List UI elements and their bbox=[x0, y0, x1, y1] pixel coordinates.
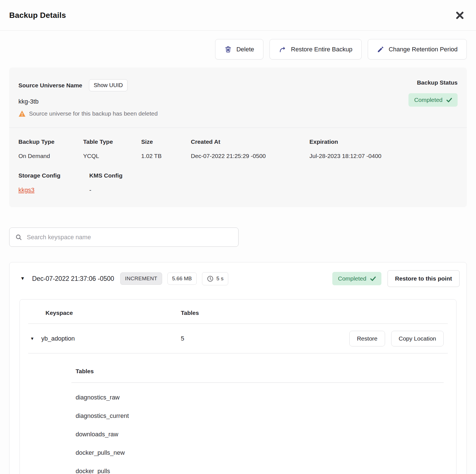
table-name-item: docker_pulls bbox=[76, 456, 444, 474]
restore-arrow-icon bbox=[279, 46, 287, 53]
change-retention-period-button[interactable]: Change Retention Period bbox=[368, 39, 467, 59]
backup-summary-panel: Source Universe Name Show UUID kkg-3tb S… bbox=[9, 68, 467, 207]
pencil-icon bbox=[377, 46, 384, 53]
status-badge: Completed bbox=[408, 93, 458, 107]
increment-header: ▼ Dec-07-2022 21:37:06 -0500 INCREMENT 5… bbox=[9, 262, 467, 294]
table-divider bbox=[28, 353, 448, 353]
created-at-value: Dec-07-2022 21:25:29 -0500 bbox=[191, 153, 309, 159]
close-icon bbox=[455, 11, 465, 20]
tables-subheader: Tables bbox=[76, 368, 444, 375]
expiration-label: Expiration bbox=[309, 138, 458, 145]
modal-header: Backup Details bbox=[0, 0, 476, 31]
universe-warning-text: Source universe for this backup has been… bbox=[29, 110, 158, 117]
backup-meta-grid: Backup Type On Demand Table Type YCQL Si… bbox=[9, 128, 467, 159]
tables-section: Tables diagnostics_raw diagnostics_curre… bbox=[71, 368, 444, 474]
check-icon bbox=[446, 98, 452, 102]
increment-card: ▼ Dec-07-2022 21:37:06 -0500 INCREMENT 5… bbox=[9, 262, 467, 474]
increment-size-badge: 5.66 MB bbox=[167, 272, 197, 285]
table-name-item: downloads_raw bbox=[76, 420, 444, 438]
backup-type-label: Backup Type bbox=[18, 138, 83, 145]
restore-to-this-point-button[interactable]: Restore to this point bbox=[388, 270, 460, 287]
table-name-item: diagnostics_raw bbox=[76, 383, 444, 401]
increment-duration-text: 5 s bbox=[217, 276, 223, 282]
clock-icon bbox=[207, 275, 214, 282]
size-label: Size bbox=[141, 138, 191, 145]
search-icon bbox=[15, 234, 22, 241]
restore-button[interactable]: Restore bbox=[349, 331, 385, 346]
keyspace-table-count: 5 bbox=[181, 335, 343, 342]
keyspace-name: yb_adoption bbox=[41, 335, 181, 342]
restore-entire-backup-label: Restore Entire Backup bbox=[291, 46, 352, 53]
actions-row: Delete Restore Entire Backup Change Rete… bbox=[9, 39, 467, 59]
table-type-label: Table Type bbox=[83, 138, 141, 145]
source-universe-block: Source Universe Name Show UUID kkg-3tb S… bbox=[18, 79, 158, 117]
table-name-item: diagnostics_current bbox=[76, 401, 444, 420]
keyspace-table-card: Keyspace Tables ▼ yb_adoption 5 Restore … bbox=[20, 299, 456, 474]
delete-button-label: Delete bbox=[236, 46, 254, 53]
increment-status-badge: Completed bbox=[332, 272, 381, 285]
table-name-item: docker_pulls_new bbox=[76, 438, 444, 456]
check-icon bbox=[370, 276, 376, 281]
increment-type-badge: INCREMENT bbox=[120, 272, 162, 285]
page-title: Backup Details bbox=[9, 11, 66, 20]
copy-location-button[interactable]: Copy Location bbox=[391, 331, 444, 346]
storage-config-link[interactable]: kkgs3 bbox=[18, 186, 34, 194]
kms-config-label: KMS Config bbox=[89, 172, 458, 179]
config-row: Storage Config kkgs3 KMS Config - bbox=[9, 159, 467, 207]
universe-name: kkg-3tb bbox=[18, 98, 158, 105]
kms-config-value: - bbox=[89, 186, 458, 194]
increment-status-text: Completed bbox=[338, 275, 366, 282]
close-button[interactable] bbox=[454, 9, 466, 21]
warning-icon bbox=[18, 110, 26, 117]
keyspace-column-header: Keyspace bbox=[45, 310, 181, 316]
source-universe-label: Source Universe Name bbox=[18, 82, 82, 89]
status-badge-text: Completed bbox=[414, 97, 443, 103]
search-box bbox=[9, 228, 239, 247]
chevron-down-icon[interactable]: ▼ bbox=[30, 336, 41, 341]
backup-type-value: On Demand bbox=[18, 153, 83, 159]
search-input[interactable] bbox=[27, 234, 233, 241]
trash-icon bbox=[224, 46, 232, 53]
keyspace-row: ▼ yb_adoption 5 Restore Copy Location bbox=[20, 324, 456, 353]
delete-button[interactable]: Delete bbox=[215, 39, 263, 59]
increment-timestamp: Dec-07-2022 21:37:06 -0500 bbox=[32, 275, 114, 283]
backup-status-label: Backup Status bbox=[408, 79, 458, 86]
created-at-label: Created At bbox=[191, 138, 309, 145]
increment-duration-badge: 5 s bbox=[202, 272, 228, 285]
tables-column-header: Tables bbox=[181, 310, 199, 316]
show-uuid-button[interactable]: Show UUID bbox=[89, 79, 128, 91]
size-value: 1.02 TB bbox=[141, 153, 191, 159]
change-retention-period-label: Change Retention Period bbox=[389, 46, 458, 53]
restore-entire-backup-button[interactable]: Restore Entire Backup bbox=[270, 39, 362, 59]
storage-config-label: Storage Config bbox=[18, 172, 89, 179]
chevron-down-icon[interactable]: ▼ bbox=[16, 274, 29, 284]
table-type-value: YCQL bbox=[83, 153, 141, 159]
backup-status-block: Backup Status Completed bbox=[408, 79, 458, 117]
expiration-value: Jul-28-2023 18:12:07 -0400 bbox=[309, 153, 458, 159]
